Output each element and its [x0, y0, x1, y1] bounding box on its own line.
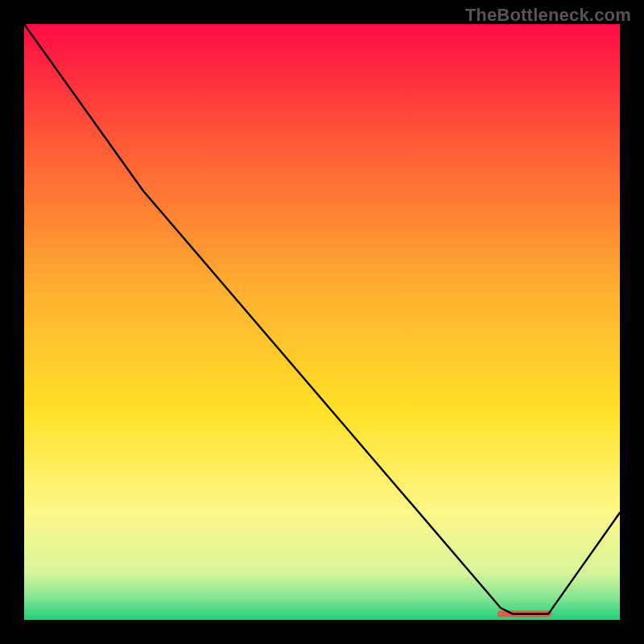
- plot-svg: [24, 24, 620, 620]
- plot-area: [24, 24, 620, 620]
- watermark-text: TheBottleneck.com: [465, 5, 631, 26]
- plot-background: [24, 24, 620, 620]
- chart-stage: TheBottleneck.com: [0, 0, 644, 644]
